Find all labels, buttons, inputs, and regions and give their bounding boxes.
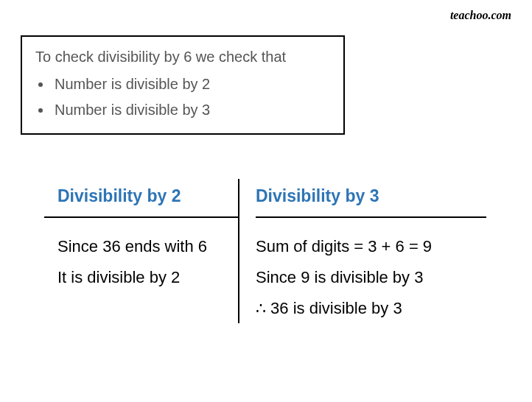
col-header-right: Divisibility by 3 [256,179,486,218]
rule-item: Number is divisible by 2 [35,76,330,93]
rule-item: Number is divisible by 3 [35,102,330,119]
body-line: It is divisible by 2 [57,262,238,293]
watermark: teachoo.com [450,9,511,22]
col-body-left: Since 36 ends with 6 It is divisible by … [44,218,238,293]
bullet-icon [38,82,43,87]
rule-item-text: Number is divisible by 3 [55,102,210,119]
col-body-right: Sum of digits = 3 + 6 = 9 Since 9 is div… [256,218,486,323]
rule-title: To check divisibility by 6 we check that [35,49,330,66]
table-col-left: Divisibility by 2 Since 36 ends with 6 I… [44,179,239,323]
body-line: Since 9 is divisible by 3 [256,262,486,293]
comparison-table: Divisibility by 2 Since 36 ends with 6 I… [44,179,486,323]
bullet-icon [38,108,43,113]
rule-item-text: Number is divisible by 2 [55,76,210,93]
rule-box: To check divisibility by 6 we check that… [21,35,345,135]
col-header-left: Divisibility by 2 [44,179,238,218]
table-col-right: Divisibility by 3 Sum of digits = 3 + 6 … [239,179,486,323]
body-line: Since 36 ends with 6 [57,231,238,262]
body-line: ∴ 36 is divisible by 3 [256,293,486,324]
body-line: Sum of digits = 3 + 6 = 9 [256,231,486,262]
